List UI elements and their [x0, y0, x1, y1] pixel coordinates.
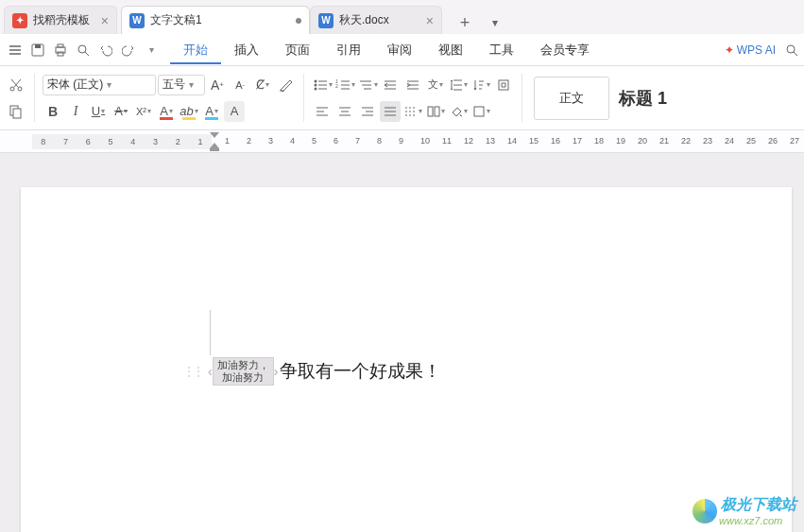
ruler-mark: 22	[681, 136, 691, 146]
drag-handle-icon[interactable]: ⋮⋮	[183, 365, 202, 378]
quick-access: ▾	[6, 41, 161, 60]
menu-references[interactable]: 引用	[323, 36, 374, 64]
menu-insert[interactable]: 插入	[221, 36, 272, 64]
ruler-mark: 18	[594, 136, 604, 146]
undo-icon[interactable]	[96, 41, 115, 60]
menu-member[interactable]: 会员专享	[527, 36, 603, 64]
bullet-list-button[interactable]: ▾	[312, 75, 333, 95]
svg-point-13	[314, 87, 316, 90]
ruler-mark: 4	[290, 136, 295, 146]
align-justify-button[interactable]	[380, 101, 401, 122]
italic-button[interactable]: I	[65, 101, 86, 122]
copy-icon[interactable]	[6, 101, 26, 122]
save-icon[interactable]	[28, 41, 47, 60]
change-case-button[interactable]: Ȼ▾	[252, 75, 273, 95]
menu-icon[interactable]	[6, 41, 25, 60]
style-normal[interactable]: 正文	[534, 77, 609, 120]
svg-rect-17	[428, 107, 433, 116]
fill-color-button[interactable]: ▾	[448, 101, 469, 122]
ruler-mark: 3	[268, 136, 273, 146]
menu-home[interactable]: 开始	[170, 36, 221, 64]
document-text[interactable]: 争取有一个好成果！	[280, 359, 441, 384]
ruler-mark: 10	[420, 136, 430, 146]
font-group: 宋体 (正文) ▾ 五号 ▾ A+ A- Ȼ▾ B I U▾ A▾ X²▾ A▾	[37, 66, 301, 129]
close-icon[interactable]: ×	[101, 13, 109, 28]
menu-view[interactable]: 视图	[425, 36, 476, 64]
font-name-select[interactable]: 宋体 (正文) ▾	[43, 75, 156, 95]
ruler-mark: 24	[725, 136, 734, 146]
tab-list-button[interactable]: ▾	[484, 11, 506, 34]
preview-icon[interactable]	[74, 41, 93, 60]
text-direction-button[interactable]: 文▾	[425, 75, 446, 95]
highlight-button[interactable]: ab▾	[179, 101, 199, 122]
ruler-mark: 8	[377, 136, 382, 146]
align-left-button[interactable]	[312, 101, 333, 122]
increase-font-button[interactable]: A+	[207, 75, 228, 95]
cut-icon[interactable]	[6, 75, 26, 95]
clear-format-button[interactable]	[275, 75, 296, 95]
align-center-button[interactable]	[334, 101, 355, 122]
document-canvas: ⋮⋮ ‹ 加油努力， 加油努力 › 争取有一个好成果！	[0, 153, 804, 532]
underline-button[interactable]: U▾	[88, 101, 109, 122]
menu-tools[interactable]: 工具	[476, 36, 527, 64]
bold-button[interactable]: B	[43, 101, 63, 122]
chevron-down-icon: ▾	[107, 79, 111, 90]
ruler-mark: 9	[399, 136, 403, 146]
font-color-button[interactable]: A▾	[156, 101, 177, 122]
outline-list-button[interactable]: ▾	[357, 75, 378, 95]
line-spacing-button[interactable]: ▾	[448, 75, 469, 95]
clipboard-group	[0, 66, 32, 129]
ruler-mark: 12	[464, 136, 473, 146]
chevron-down-icon: ▾	[189, 79, 194, 90]
ruler-mark: 16	[551, 136, 560, 146]
show-marks-button[interactable]	[493, 75, 514, 95]
wps-ai-button[interactable]: ✦ WPS AI	[725, 43, 776, 57]
tab-document-active[interactable]: W 文字文稿1	[121, 6, 310, 34]
ruler-mark: 19	[616, 136, 625, 146]
sort-button[interactable]: ▾	[470, 75, 491, 95]
ruler-mark: 27	[790, 136, 799, 146]
svg-rect-3	[58, 44, 63, 47]
style-heading[interactable]: 标题 1	[619, 87, 667, 110]
next-change-icon[interactable]: ›	[274, 364, 279, 379]
close-icon[interactable]: ×	[426, 13, 434, 28]
align-right-button[interactable]	[357, 101, 378, 122]
menu-page[interactable]: 页面	[272, 36, 323, 64]
svg-rect-16	[499, 80, 508, 90]
font-size: 五号	[163, 77, 185, 93]
search-icon[interactable]	[785, 43, 798, 57]
columns-button[interactable]: ▾	[425, 101, 446, 122]
svg-rect-18	[435, 107, 439, 116]
borders-button[interactable]: ▾	[470, 101, 491, 122]
redo-icon[interactable]	[119, 41, 138, 60]
decrease-font-button[interactable]: A-	[230, 75, 250, 95]
menu-review[interactable]: 审阅	[374, 36, 425, 64]
superscript-button[interactable]: X²▾	[133, 101, 154, 122]
ruler-mark: 21	[659, 136, 669, 146]
tab-label: 找稻壳模板	[33, 12, 90, 28]
svg-point-11	[314, 79, 316, 82]
text-effect-button[interactable]: A▾	[201, 101, 222, 122]
ruler-mark: 13	[486, 136, 495, 146]
decrease-indent-button[interactable]	[380, 75, 401, 95]
watermark-logo-icon	[693, 499, 717, 523]
strikethrough-button[interactable]: A▾	[111, 101, 131, 122]
tab-templates[interactable]: ✦ 找稻壳模板 ×	[4, 6, 117, 34]
font-size-select[interactable]: 五号 ▾	[158, 75, 205, 95]
tracked-change-box[interactable]: 加油努力， 加油努力	[213, 357, 274, 386]
print-icon[interactable]	[51, 41, 70, 60]
svg-point-6	[787, 45, 795, 53]
new-tab-button[interactable]: +	[453, 11, 476, 34]
increase-indent-button[interactable]	[402, 75, 423, 95]
more-qat-icon[interactable]: ▾	[142, 41, 161, 60]
shading-button[interactable]: A	[224, 101, 245, 122]
ruler-mark: 14	[507, 136, 517, 146]
svg-text:2: 2	[335, 83, 338, 89]
ruler-mark: 1	[225, 136, 230, 146]
ruler[interactable]: 87654321 1234567891011121314151617181920…	[0, 130, 804, 153]
tab-document[interactable]: W 秋天.docx ×	[310, 6, 442, 34]
ribbon-tabs: 开始 插入 页面 引用 审阅 视图 工具 会员专享	[170, 36, 603, 64]
document-page[interactable]: ⋮⋮ ‹ 加油努力， 加油努力 › 争取有一个好成果！	[21, 187, 792, 532]
number-list-button[interactable]: 12▾	[334, 75, 355, 95]
distribute-button[interactable]: ▾	[402, 101, 423, 122]
